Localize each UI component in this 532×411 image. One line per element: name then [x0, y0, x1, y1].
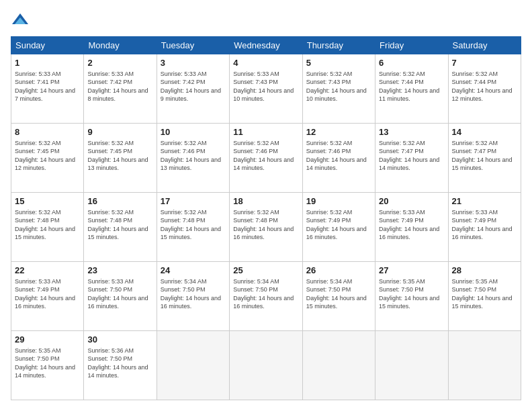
day-info: Sunrise: 5:33 AMSunset: 7:41 PMDaylight:…	[15, 70, 80, 103]
calendar-cell: 19Sunrise: 5:32 AMSunset: 7:49 PMDayligh…	[302, 193, 375, 262]
day-number: 11	[233, 126, 298, 138]
day-info: Sunrise: 5:33 AMSunset: 7:49 PMDaylight:…	[15, 277, 80, 311]
calendar-header-saturday: Saturday	[448, 37, 521, 54]
day-number: 10	[161, 126, 226, 138]
day-number: 28	[452, 265, 517, 277]
day-info: Sunrise: 5:36 AMSunset: 7:50 PMDaylight:…	[87, 347, 152, 380]
day-info: Sunrise: 5:33 AMSunset: 7:42 PMDaylight:…	[161, 70, 226, 103]
calendar-cell: 28Sunrise: 5:35 AMSunset: 7:50 PMDayligh…	[448, 262, 521, 331]
day-number: 7	[452, 57, 517, 69]
day-info: Sunrise: 5:33 AMSunset: 7:49 PMDaylight:…	[379, 208, 444, 242]
day-number: 12	[306, 126, 371, 138]
day-number: 20	[379, 195, 444, 208]
calendar-cell: 8Sunrise: 5:32 AMSunset: 7:45 PMDaylight…	[11, 124, 84, 193]
day-number: 24	[161, 265, 226, 277]
day-info: Sunrise: 5:32 AMSunset: 7:46 PMDaylight:…	[161, 139, 226, 173]
calendar-cell: 24Sunrise: 5:34 AMSunset: 7:50 PMDayligh…	[157, 262, 229, 331]
day-info: Sunrise: 5:32 AMSunset: 7:48 PMDaylight:…	[15, 208, 80, 242]
calendar-cell: 9Sunrise: 5:32 AMSunset: 7:45 PMDaylight…	[84, 124, 157, 193]
day-number: 18	[233, 195, 298, 208]
day-info: Sunrise: 5:33 AMSunset: 7:49 PMDaylight:…	[452, 208, 517, 242]
header	[11, 11, 521, 30]
day-number: 23	[87, 265, 152, 277]
calendar-cell: 4Sunrise: 5:33 AMSunset: 7:43 PMDaylight…	[230, 54, 302, 124]
day-info: Sunrise: 5:32 AMSunset: 7:45 PMDaylight:…	[15, 139, 80, 173]
week-row-3: 15Sunrise: 5:32 AMSunset: 7:48 PMDayligh…	[11, 193, 521, 262]
calendar-cell: 27Sunrise: 5:35 AMSunset: 7:50 PMDayligh…	[375, 262, 448, 331]
calendar-table: SundayMondayTuesdayWednesdayThursdayFrid…	[11, 36, 521, 400]
calendar-cell: 10Sunrise: 5:32 AMSunset: 7:46 PMDayligh…	[157, 124, 229, 193]
day-info: Sunrise: 5:35 AMSunset: 7:50 PMDaylight:…	[15, 347, 80, 380]
day-info: Sunrise: 5:34 AMSunset: 7:50 PMDaylight:…	[306, 277, 371, 311]
week-row-5: 29Sunrise: 5:35 AMSunset: 7:50 PMDayligh…	[11, 331, 521, 400]
calendar-cell	[448, 331, 521, 400]
day-info: Sunrise: 5:33 AMSunset: 7:50 PMDaylight:…	[87, 277, 152, 311]
calendar-cell: 17Sunrise: 5:32 AMSunset: 7:48 PMDayligh…	[157, 193, 229, 262]
day-info: Sunrise: 5:35 AMSunset: 7:50 PMDaylight:…	[379, 277, 444, 311]
calendar-cell: 15Sunrise: 5:32 AMSunset: 7:48 PMDayligh…	[11, 193, 84, 262]
calendar-header-tuesday: Tuesday	[157, 37, 229, 54]
day-number: 6	[379, 57, 444, 69]
calendar-header-thursday: Thursday	[302, 37, 375, 54]
calendar-cell: 21Sunrise: 5:33 AMSunset: 7:49 PMDayligh…	[448, 193, 521, 262]
calendar-cell: 14Sunrise: 5:32 AMSunset: 7:47 PMDayligh…	[448, 124, 521, 193]
day-info: Sunrise: 5:32 AMSunset: 7:47 PMDaylight:…	[379, 139, 444, 173]
day-info: Sunrise: 5:34 AMSunset: 7:50 PMDaylight:…	[233, 277, 298, 311]
day-number: 17	[161, 195, 226, 208]
day-number: 1	[15, 57, 80, 69]
day-info: Sunrise: 5:33 AMSunset: 7:42 PMDaylight:…	[87, 70, 152, 103]
day-number: 14	[452, 126, 517, 138]
page: SundayMondayTuesdayWednesdayThursdayFrid…	[0, 0, 532, 411]
calendar-cell: 3Sunrise: 5:33 AMSunset: 7:42 PMDaylight…	[157, 54, 229, 124]
calendar-cell: 29Sunrise: 5:35 AMSunset: 7:50 PMDayligh…	[11, 331, 84, 400]
day-number: 30	[87, 334, 152, 346]
day-info: Sunrise: 5:32 AMSunset: 7:48 PMDaylight:…	[161, 208, 226, 242]
day-info: Sunrise: 5:32 AMSunset: 7:44 PMDaylight:…	[379, 70, 444, 103]
calendar-cell: 20Sunrise: 5:33 AMSunset: 7:49 PMDayligh…	[375, 193, 448, 262]
day-info: Sunrise: 5:32 AMSunset: 7:45 PMDaylight:…	[87, 139, 152, 173]
calendar-header-monday: Monday	[84, 37, 157, 54]
day-number: 8	[15, 126, 80, 138]
day-number: 27	[379, 265, 444, 277]
day-number: 13	[379, 126, 444, 138]
day-number: 3	[161, 57, 226, 69]
calendar-cell	[230, 331, 302, 400]
calendar-cell	[157, 331, 229, 400]
calendar-cell: 2Sunrise: 5:33 AMSunset: 7:42 PMDaylight…	[84, 54, 157, 124]
day-info: Sunrise: 5:32 AMSunset: 7:49 PMDaylight:…	[306, 208, 371, 242]
day-number: 15	[15, 195, 80, 208]
day-number: 19	[306, 195, 371, 208]
day-number: 26	[306, 265, 371, 277]
calendar-cell: 22Sunrise: 5:33 AMSunset: 7:49 PMDayligh…	[11, 262, 84, 331]
day-number: 2	[87, 57, 152, 69]
day-info: Sunrise: 5:32 AMSunset: 7:43 PMDaylight:…	[306, 70, 371, 103]
day-number: 16	[87, 195, 152, 208]
day-number: 4	[233, 57, 298, 69]
day-number: 9	[87, 126, 152, 138]
calendar-cell: 23Sunrise: 5:33 AMSunset: 7:50 PMDayligh…	[84, 262, 157, 331]
calendar-header-wednesday: Wednesday	[230, 37, 302, 54]
calendar-cell: 6Sunrise: 5:32 AMSunset: 7:44 PMDaylight…	[375, 54, 448, 124]
calendar-cell: 1Sunrise: 5:33 AMSunset: 7:41 PMDaylight…	[11, 54, 84, 124]
calendar-cell: 5Sunrise: 5:32 AMSunset: 7:43 PMDaylight…	[302, 54, 375, 124]
day-info: Sunrise: 5:32 AMSunset: 7:47 PMDaylight:…	[452, 139, 517, 173]
calendar-header-row: SundayMondayTuesdayWednesdayThursdayFrid…	[11, 37, 521, 54]
day-number: 29	[15, 334, 80, 346]
week-row-4: 22Sunrise: 5:33 AMSunset: 7:49 PMDayligh…	[11, 262, 521, 331]
calendar-cell: 16Sunrise: 5:32 AMSunset: 7:48 PMDayligh…	[84, 193, 157, 262]
calendar-cell: 11Sunrise: 5:32 AMSunset: 7:46 PMDayligh…	[230, 124, 302, 193]
week-row-2: 8Sunrise: 5:32 AMSunset: 7:45 PMDaylight…	[11, 124, 521, 193]
calendar-cell: 7Sunrise: 5:32 AMSunset: 7:44 PMDaylight…	[448, 54, 521, 124]
calendar-cell: 12Sunrise: 5:32 AMSunset: 7:46 PMDayligh…	[302, 124, 375, 193]
day-number: 5	[306, 57, 371, 69]
day-info: Sunrise: 5:32 AMSunset: 7:48 PMDaylight:…	[87, 208, 152, 242]
calendar-header-sunday: Sunday	[11, 37, 84, 54]
logo	[11, 11, 32, 30]
calendar-cell: 30Sunrise: 5:36 AMSunset: 7:50 PMDayligh…	[84, 331, 157, 400]
calendar-cell	[375, 331, 448, 400]
calendar-header-friday: Friday	[375, 37, 448, 54]
calendar-cell: 18Sunrise: 5:32 AMSunset: 7:48 PMDayligh…	[230, 193, 302, 262]
day-info: Sunrise: 5:35 AMSunset: 7:50 PMDaylight:…	[452, 277, 517, 311]
day-info: Sunrise: 5:33 AMSunset: 7:43 PMDaylight:…	[233, 70, 298, 103]
day-number: 25	[233, 265, 298, 277]
